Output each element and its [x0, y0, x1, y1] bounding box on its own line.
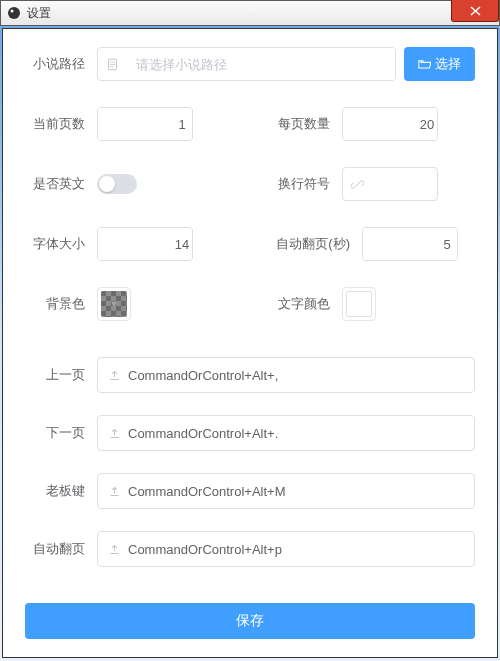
window-title: 设置 [27, 5, 51, 22]
linebreak-label: 换行符号 [270, 175, 342, 193]
current-page-input[interactable] [98, 108, 193, 140]
bg-color-label: 背景色 [25, 295, 97, 313]
path-input-wrap[interactable] [97, 47, 396, 81]
keyboard-icon [100, 427, 128, 440]
font-size-label: 字体大小 [25, 235, 97, 253]
select-path-button[interactable]: 选择 [404, 47, 475, 81]
keyboard-icon [100, 485, 128, 498]
auto-flip-label: 自动翻页 [25, 540, 97, 558]
current-page-stepper[interactable]: ▲▼ [97, 107, 193, 141]
document-icon [98, 58, 126, 71]
app-icon [7, 6, 21, 20]
next-page-hotkey[interactable]: CommandOrControl+Alt+. [97, 415, 475, 451]
keyboard-icon [100, 543, 128, 556]
prev-page-label: 上一页 [25, 366, 97, 384]
font-size-input[interactable] [98, 228, 193, 260]
path-input[interactable] [126, 48, 395, 80]
linebreak-input[interactable] [342, 167, 438, 201]
current-page-label: 当前页数 [25, 115, 97, 133]
bg-color-picker[interactable]: ▼ [97, 287, 131, 321]
page-size-input[interactable] [343, 108, 438, 140]
page-size-label: 每页数量 [270, 115, 342, 133]
text-color-label: 文字颜色 [270, 295, 342, 313]
next-page-label: 下一页 [25, 424, 97, 442]
autoflip-label: 自动翻页(秒) [270, 235, 362, 253]
english-label: 是否英文 [25, 175, 97, 193]
auto-flip-hotkey[interactable]: CommandOrControl+Alt+p [97, 531, 475, 567]
english-toggle[interactable] [97, 174, 137, 194]
page-size-stepper[interactable]: ▲▼ [342, 107, 438, 141]
close-button[interactable] [451, 0, 499, 22]
svg-point-0 [8, 7, 20, 19]
autoflip-stepper[interactable]: ▲▼ [362, 227, 458, 261]
text-color-picker[interactable] [342, 287, 376, 321]
path-label: 小说路径 [25, 55, 97, 73]
keyboard-icon [100, 369, 128, 382]
prev-page-hotkey[interactable]: CommandOrControl+Alt+, [97, 357, 475, 393]
font-size-stepper[interactable]: ▲▼ [97, 227, 193, 261]
titlebar: 设置 [0, 0, 500, 26]
boss-key-hotkey[interactable]: CommandOrControl+Alt+M [97, 473, 475, 509]
svg-point-1 [11, 10, 14, 13]
autoflip-input[interactable] [363, 228, 458, 260]
settings-form: 小说路径 选择 当前页数 ▲▼ 每页数量 ▲▼ [2, 28, 498, 658]
boss-key-label: 老板键 [25, 482, 97, 500]
save-button[interactable]: 保存 [25, 603, 475, 639]
link-icon [351, 178, 364, 191]
chevron-down-icon: ▼ [110, 299, 119, 309]
path-row: 小说路径 选择 [25, 47, 475, 81]
folder-open-icon [418, 58, 431, 70]
